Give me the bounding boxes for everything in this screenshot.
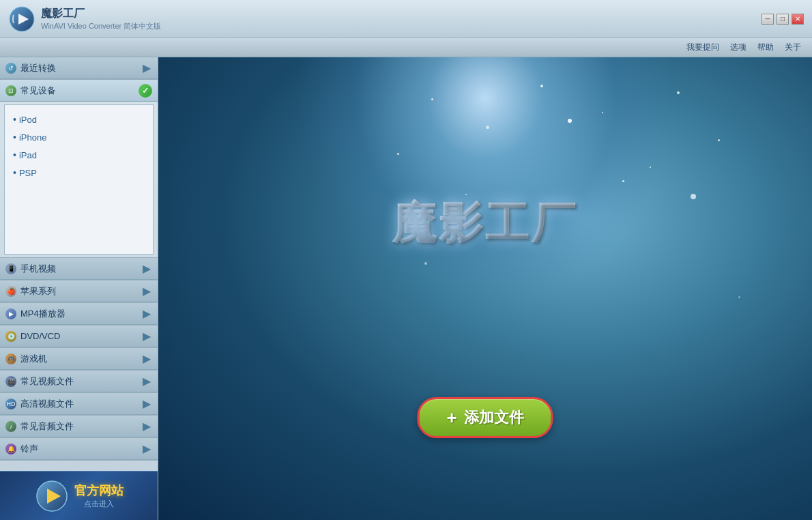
device-item-ipod[interactable]: iPod — [8, 111, 150, 128]
recent-label: 最近转换 — [20, 62, 56, 74]
common-devices-check-icon: ✓ — [139, 84, 152, 98]
apple-chevron-icon: ▶ — [141, 286, 152, 297]
mobile-video-label: 手机视频 — [20, 263, 56, 275]
ringtone-chevron-icon: ▶ — [141, 444, 152, 454]
menu-bar: 我要提问 选项 帮助 关于 — [0, 38, 812, 57]
title-left: 魔影工厂 WinAVI Video Converter 简体中文版 — [8, 5, 161, 33]
maximize-button[interactable]: □ — [777, 14, 789, 25]
mp4-chevron-icon: ▶ — [141, 308, 152, 319]
mobile-video-icon: 📱 — [5, 263, 16, 274]
banner-logo-icon — [35, 479, 69, 513]
device-list: iPod iPhone iPad PSP — [4, 104, 154, 255]
common-devices-section: ⊡ 常见设备 ✓ iPod iPhone iPad PSP — [0, 80, 158, 258]
app-title: 魔影工厂 — [392, 194, 578, 253]
plus-icon: + — [446, 409, 456, 427]
add-file-label: 添加文件 — [464, 407, 524, 428]
hd-video-section: HD 高清视频文件 ▶ — [0, 393, 158, 416]
device-item-psp[interactable]: PSP — [8, 164, 150, 182]
mp4-section: ▶ MP4播放器 ▶ — [0, 303, 158, 326]
game-header[interactable]: 🎮 游戏机 ▶ — [0, 348, 158, 370]
hd-video-header[interactable]: HD 高清视频文件 ▶ — [0, 393, 158, 415]
mp4-header[interactable]: ▶ MP4播放器 ▶ — [0, 303, 158, 325]
device-item-iphone[interactable]: iPhone — [8, 128, 150, 146]
window-controls: ─ □ ✕ — [762, 14, 804, 25]
common-audio-icon: ♪ — [5, 421, 16, 432]
common-video-icon: 🎬 — [5, 376, 16, 387]
stars-decoration — [158, 57, 812, 520]
recent-icon: ↺ — [5, 63, 16, 74]
recent-chevron-icon: ▶ — [141, 63, 152, 74]
hd-video-chevron-icon: ▶ — [141, 399, 152, 409]
common-video-section: 🎬 常见视频文件 ▶ — [0, 371, 158, 393]
game-label: 游戏机 — [20, 353, 47, 365]
common-audio-section: ♪ 常见音频文件 ▶ — [0, 416, 158, 438]
common-video-chevron-icon: ▶ — [141, 376, 152, 387]
ringtone-section: 🔔 铃声 ▶ — [0, 438, 158, 461]
title-bar: 魔影工厂 WinAVI Video Converter 简体中文版 ─ □ ✕ — [0, 0, 812, 38]
official-website-banner[interactable]: 官方网站 点击进入 — [0, 471, 158, 520]
dvd-section: 💿 DVD/VCD ▶ — [0, 326, 158, 348]
menu-about[interactable]: 关于 — [785, 42, 801, 53]
content-area: 魔影工厂 + 添加文件 — [158, 57, 812, 520]
ringtone-label: 铃声 — [20, 443, 38, 455]
app-name: 魔影工厂 — [41, 7, 161, 21]
common-audio-label: 常见音频文件 — [20, 420, 74, 433]
game-chevron-icon: ▶ — [141, 353, 152, 364]
common-devices-header[interactable]: ⊡ 常见设备 ✓ — [0, 80, 158, 102]
common-devices-label: 常见设备 — [20, 85, 56, 97]
common-video-header[interactable]: 🎬 常见视频文件 ▶ — [0, 371, 158, 392]
apple-section: 🍎 苹果系列 ▶ — [0, 280, 158, 303]
common-audio-header[interactable]: ♪ 常见音频文件 ▶ — [0, 416, 158, 437]
menu-options[interactable]: 选项 — [730, 42, 746, 53]
game-section: 🎮 游戏机 ▶ — [0, 348, 158, 371]
recent-section: ↺ 最近转换 ▶ — [0, 57, 158, 80]
add-file-button[interactable]: + 添加文件 — [417, 397, 553, 438]
dvd-chevron-icon: ▶ — [141, 331, 152, 342]
ringtone-icon: 🔔 — [5, 444, 16, 454]
game-icon: 🎮 — [5, 353, 16, 364]
app-subtitle: WinAVI Video Converter 简体中文版 — [41, 21, 161, 31]
apple-label: 苹果系列 — [20, 285, 56, 298]
menu-ask[interactable]: 我要提问 — [686, 42, 719, 53]
dvd-icon: 💿 — [5, 331, 16, 342]
mobile-video-chevron-icon: ▶ — [141, 263, 152, 274]
common-video-label: 常见视频文件 — [20, 375, 74, 388]
main-area: ↺ 最近转换 ▶ ⊡ 常见设备 ✓ iPod iPhone — [0, 57, 812, 520]
sidebar: ↺ 最近转换 ▶ ⊡ 常见设备 ✓ iPod iPhone — [0, 57, 158, 520]
ringtone-header[interactable]: 🔔 铃声 ▶ — [0, 438, 158, 460]
mp4-icon: ▶ — [5, 308, 16, 319]
common-audio-chevron-icon: ▶ — [141, 421, 152, 432]
device-item-ipad[interactable]: iPad — [8, 146, 150, 164]
mp4-label: MP4播放器 — [20, 308, 66, 320]
hd-video-icon: HD — [5, 399, 16, 409]
common-devices-icon: ⊡ — [5, 85, 16, 96]
light-burst-effect — [280, 57, 690, 317]
banner-title: 官方网站 — [74, 482, 124, 499]
minimize-button[interactable]: ─ — [762, 14, 774, 25]
dvd-header[interactable]: 💿 DVD/VCD ▶ — [0, 326, 158, 347]
close-button[interactable]: ✕ — [792, 14, 804, 25]
banner-subtitle: 点击进入 — [74, 499, 124, 509]
apple-header[interactable]: 🍎 苹果系列 ▶ — [0, 280, 158, 302]
app-logo-icon — [8, 5, 35, 33]
sidebar-spacer — [0, 461, 158, 468]
banner-text: 官方网站 点击进入 — [74, 482, 124, 509]
recent-header[interactable]: ↺ 最近转换 ▶ — [0, 57, 158, 79]
hd-video-label: 高清视频文件 — [20, 398, 74, 410]
apple-icon: 🍎 — [5, 286, 16, 297]
menu-help[interactable]: 帮助 — [757, 42, 774, 53]
dvd-label: DVD/VCD — [20, 331, 61, 341]
mobile-video-header[interactable]: 📱 手机视频 ▶ — [0, 258, 158, 280]
title-text: 魔影工厂 WinAVI Video Converter 简体中文版 — [41, 7, 161, 31]
mobile-video-section: 📱 手机视频 ▶ — [0, 258, 158, 280]
